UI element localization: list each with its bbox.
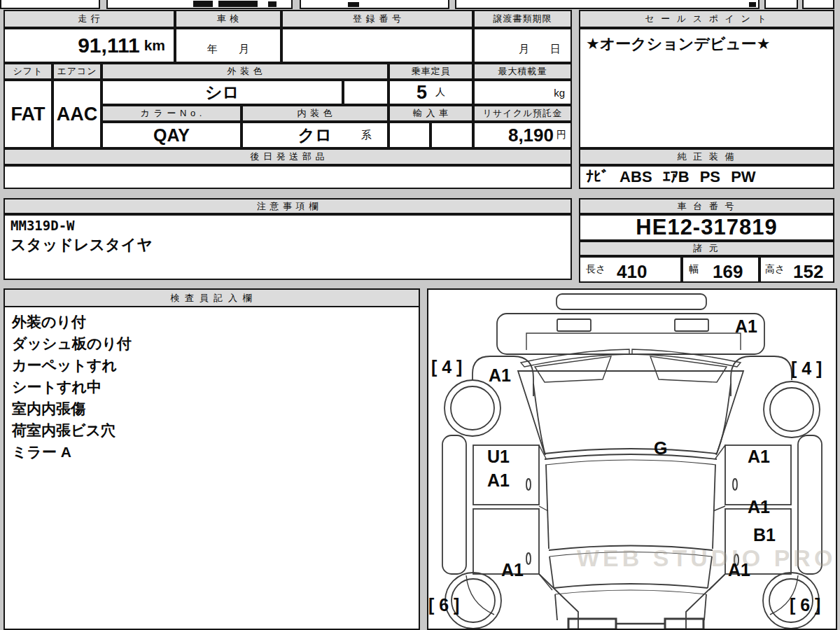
transfer-deadline-header: 譲渡書類期限 [473,10,572,28]
equipment-body: ﾅﾋﾞ ABS ｴｱB PS PW [579,165,834,189]
cutoff-cell [0,0,100,9]
tire-depth-label-front-left: [ 4 ] [431,358,462,376]
inspector-line: ミラー A [12,441,412,463]
notes-line: MM319D-W [10,218,565,233]
tire-depth-label-rear-left: [ 6 ] [428,596,459,614]
damage-label-front-panel: A1 [735,318,757,335]
inspector-line: カーペットすれ [12,354,412,376]
damage-label-right-rear-b1: B1 [753,526,776,544]
later-parts-header: 後 日 発 送 部 品 [4,148,572,165]
mileage-value: 91,111 [78,34,139,57]
capacity-header: 乗車定員 [388,63,473,80]
damage-label-left-fender: A1 [489,367,511,384]
max-load-header: 最大積載量 [473,63,572,80]
mileage-header: 走 行 [4,10,175,28]
exterior-color-extra-cell [343,80,388,105]
car-diagram-panel: WEB STUDIO PRO A1 [ 4 ] [ 4 ] A1 U1 A1 G… [427,288,837,630]
spec-length-cell: 長さ 410 [579,256,682,283]
cutoff-cell [802,0,834,9]
inspection-header: 車 検 [175,10,281,28]
capacity-unit: 人 [435,86,445,99]
color-no-header: カ ラ ー N o . [102,105,241,122]
recycle-deposit-value: 8,190 [508,125,554,146]
sales-point-text: ★オークションデビュー★ [586,34,827,55]
max-load-unit: kg [554,87,565,99]
cut-off-text-fragment [193,1,213,7]
spec-width-cell: 幅 169 [682,256,760,283]
inspector-line: 荷室内張ビス穴 [12,419,412,441]
interior-color-header: 内 装 色 [241,105,388,122]
damage-label-roof-g: G [654,440,667,457]
imported-extra-cell [430,122,473,148]
shift-header: シフト [4,63,52,80]
interior-color-value: クロ [298,124,332,146]
spec-length-value: 410 [617,261,647,283]
inspector-line: ダッシュ板のり付 [12,332,412,354]
damage-label-left-front-door-u1: U1 [487,448,510,465]
tire-depth-label-front-right: [ 4 ] [791,360,822,377]
cut-off-text-fragment [348,2,359,7]
spec-width-value: 169 [713,261,743,283]
cutoff-cell [764,0,798,9]
aircon-header: エアコン [52,63,102,80]
inspection-placeholder: 年 月 [176,43,280,56]
registration-value-cell [281,28,473,63]
max-load-value-cell: kg [473,80,572,105]
damage-label-left-quarter: A1 [501,561,524,579]
tire-depth-label-rear-right: [ 6 ] [790,596,820,614]
notes-line: スタッドレスタイヤ [10,234,565,255]
watermark-text: WEB STUDIO PRO [577,545,836,572]
capacity-value: 5 [416,82,427,104]
color-no-value-cell: QAY [102,122,241,148]
chassis-number-cell: HE12-317819 [579,214,834,241]
inspector-header: 検 査 員 記 入 欄 [5,290,419,307]
damage-label-right-quarter: A1 [728,561,750,579]
transfer-placeholder: 月 日 [519,43,561,56]
recycle-deposit-unit: 円 [556,129,566,141]
cutoff-cell [455,0,760,9]
interior-color-value-cell: クロ 系 [241,122,388,148]
equipment-text: ﾅﾋﾞ ABS ｴｱB PS PW [586,168,756,186]
inspection-value-cell: 年 月 [175,28,281,63]
chassis-number-value: HE12-317819 [636,215,777,240]
exterior-color-value-cell: シロ [102,80,343,105]
mileage-unit: km [144,37,165,54]
exterior-color-header: 外 装 色 [102,63,388,80]
recycle-deposit-header: リサイクル預託金 [473,105,572,122]
shift-value: FAT [11,104,46,125]
sales-point-header: セ ー ル ス ポ イ ン ト [579,10,834,28]
inspector-line: シートすれ中 [12,376,412,398]
spec-length-label: 長さ [586,263,606,276]
damage-label-right-rear-door: A1 [748,498,770,516]
chassis-number-header: 車 台 番 号 [579,198,834,214]
auction-sheet-page: { "page": {"background": "#c9c9c9"}, "ve… [0,0,840,630]
imported-header: 輸 入 車 [388,105,473,122]
equipment-header: 純 正 装 備 [579,148,834,165]
spec-height-label: 高さ [765,263,785,276]
transfer-deadline-value-cell: 月 日 [473,28,572,63]
registration-number-header: 登 録 番 号 [281,10,473,28]
damage-label-right-front-door: A1 [748,448,770,465]
inspector-list: 外装のり付 ダッシュ板のり付 カーペットすれ シートすれ中 室内内張傷 荷室内張… [5,307,419,466]
cutoff-cell [300,0,449,9]
notes-header: 注 意 事 項 欄 [4,198,572,214]
spec-height-value: 152 [793,261,823,283]
inspector-panel: 検 査 員 記 入 欄 外装のり付 ダッシュ板のり付 カーペットすれ シートすれ… [4,288,420,630]
aircon-value: AAC [57,104,98,125]
inspector-line: 室内内張傷 [12,398,412,419]
spec-height-cell: 高さ 152 [760,256,834,283]
sales-point-body: ★オークションデビュー★ [579,28,834,148]
shift-value-cell: FAT [4,80,52,148]
aircon-value-cell: AAC [52,80,102,148]
cut-off-text-fragment [749,2,756,7]
cut-off-text-fragment [218,1,258,7]
capacity-value-cell: 5 人 [388,80,473,105]
mileage-value-cell: 91,111 km [4,28,175,63]
imported-value-cell [388,122,430,148]
cut-off-text-fragment [268,1,276,7]
spec-width-label: 幅 [689,263,699,276]
inspector-line: 外装のり付 [12,311,412,332]
recycle-deposit-value-cell: 8,190 円 [473,122,572,148]
notes-body: MM319D-W スタッドレスタイヤ [4,214,572,280]
specs-header: 諸 元 [579,241,834,256]
